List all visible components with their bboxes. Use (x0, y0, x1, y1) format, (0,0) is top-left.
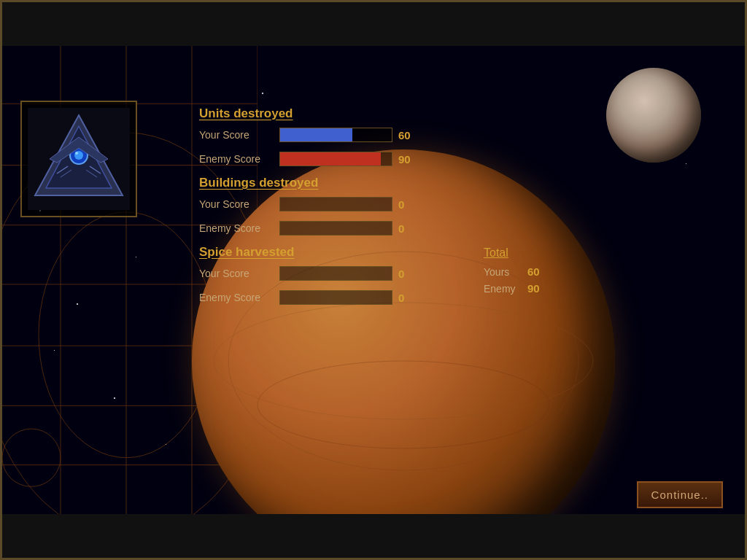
buildings-your-score-value: 0 (398, 198, 420, 211)
buildings-your-score-row: Your Score 0 (199, 193, 527, 215)
units-enemy-score-bar (279, 152, 392, 166)
spice-your-score-row: Your Score 0 (199, 262, 527, 284)
units-your-score-row: Your Score 60 (199, 124, 527, 146)
faction-emblem (28, 108, 130, 210)
continue-button[interactable]: Continue.. (637, 481, 723, 508)
spice-harvested-header: Spice harvested (199, 245, 527, 260)
units-your-score-fill (280, 128, 352, 141)
total-panel: Total Yours 60 Enemy 90 (484, 246, 540, 299)
total-enemy-value: 90 (527, 282, 540, 295)
units-destroyed-header: Units destroyed (199, 106, 527, 121)
buildings-enemy-score-value: 0 (398, 222, 420, 235)
svg-point-13 (2, 429, 61, 486)
total-yours-label: Yours (484, 266, 527, 278)
bottom-bar (2, 514, 745, 558)
game-window: Units destroyed Your Score 60 Enemy Scor… (0, 0, 747, 560)
spice-enemy-score-bar (279, 290, 392, 305)
buildings-your-score-label: Your Score (199, 198, 279, 210)
spice-your-score-value: 0 (398, 268, 420, 280)
stats-panel: Units destroyed Your Score 60 Enemy Scor… (199, 101, 527, 311)
buildings-your-score-bar (279, 197, 392, 211)
buildings-enemy-score-row: Enemy Score 0 (199, 217, 527, 239)
total-title: Total (484, 246, 540, 260)
units-your-score-value: 60 (398, 129, 420, 141)
units-your-score-label: Your Score (199, 129, 279, 141)
faction-logo (20, 101, 137, 217)
units-your-score-bar (279, 128, 392, 142)
units-enemy-score-row: Enemy Score 90 (199, 148, 527, 170)
spice-your-score-label: Your Score (199, 268, 279, 279)
units-enemy-score-fill (280, 152, 381, 166)
buildings-destroyed-header: Buildings destroyed (199, 176, 527, 190)
spice-your-score-bar (279, 266, 392, 281)
svg-point-16 (258, 361, 549, 448)
space-background: Units destroyed Your Score 60 Enemy Scor… (2, 46, 745, 514)
total-enemy-row: Enemy 90 (484, 282, 540, 295)
buildings-enemy-score-bar (279, 221, 392, 236)
total-yours-value: 60 (527, 265, 540, 278)
top-bar (2, 2, 745, 46)
buildings-enemy-score-label: Enemy Score (199, 222, 279, 234)
units-enemy-score-label: Enemy Score (199, 153, 279, 165)
total-yours-row: Yours 60 (484, 265, 540, 278)
total-enemy-label: Enemy (484, 283, 527, 295)
units-enemy-score-value: 90 (398, 153, 420, 166)
spice-enemy-score-label: Enemy Score (199, 292, 279, 303)
svg-point-22 (75, 152, 78, 155)
spice-enemy-score-value: 0 (398, 292, 420, 304)
spice-enemy-score-row: Enemy Score 0 (199, 287, 527, 308)
moon (606, 68, 701, 163)
